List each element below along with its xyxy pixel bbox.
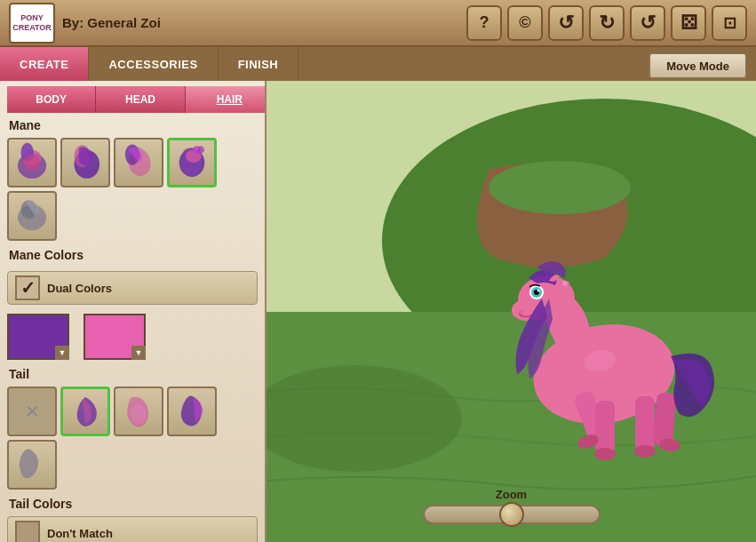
- tail-colors-title: Tail Colors: [9, 497, 258, 511]
- canvas-scene: [267, 81, 756, 542]
- svg-point-18: [489, 161, 631, 214]
- dont-match-label: Don't Match: [47, 527, 113, 540]
- mane-options-grid: [7, 138, 258, 241]
- tab-hair[interactable]: HAIR: [186, 86, 267, 113]
- mane-colors-title: Mane Colors: [9, 248, 258, 262]
- dont-match-row: Don't Match: [7, 516, 258, 542]
- mane-color-1-dropdown[interactable]: [55, 346, 69, 360]
- dual-colors-row: Dual Colors: [7, 271, 258, 305]
- camera-button[interactable]: ⊡: [712, 5, 747, 41]
- zoom-area: Zoom: [423, 488, 601, 524]
- reset-button[interactable]: ↺: [630, 5, 665, 41]
- svg-point-3: [24, 155, 40, 171]
- header: PONY CREATOR By: General Zoi ? © ↺ ↻ ↺ ⚄…: [0, 0, 756, 47]
- svg-rect-31: [635, 396, 655, 451]
- zoom-thumb[interactable]: [499, 502, 524, 527]
- mane-option-2[interactable]: [60, 138, 110, 187]
- logo-area: PONY CREATOR By: General Zoi: [9, 3, 161, 44]
- tab-accessories[interactable]: ACCESSORIES: [89, 47, 218, 81]
- svg-point-26: [537, 290, 540, 292]
- redo-button[interactable]: ↻: [589, 5, 625, 41]
- svg-point-27: [518, 310, 523, 314]
- dont-match-swatch[interactable]: [15, 521, 40, 542]
- tab-finish[interactable]: FINISH: [219, 47, 299, 81]
- tail-option-3[interactable]: [114, 387, 163, 436]
- mane-option-1[interactable]: [7, 138, 57, 187]
- dual-colors-label: Dual Colors: [47, 282, 112, 295]
- by-label: By: General Zoi: [62, 15, 161, 30]
- mane-option-4[interactable]: [167, 138, 217, 187]
- move-mode-button[interactable]: Move Mode: [649, 52, 747, 79]
- mane-option-3[interactable]: [114, 138, 163, 187]
- right-panel: Zoom: [267, 81, 756, 542]
- mane-color-1-container: [7, 314, 69, 360]
- main-nav: CREATE ACCESSORIES FINISH: [0, 47, 649, 81]
- logo: PONY CREATOR: [9, 3, 55, 44]
- zoom-label: Zoom: [496, 488, 527, 501]
- sub-nav: BODY HEAD HAIR: [7, 86, 267, 113]
- tail-option-5[interactable]: [7, 440, 57, 490]
- tail-option-2[interactable]: [60, 387, 110, 436]
- tail-title: Tail: [9, 367, 258, 381]
- tail-option-1[interactable]: [7, 387, 57, 436]
- svg-point-28: [562, 281, 568, 286]
- svg-point-34: [594, 448, 616, 460]
- mane-color-2-container: [84, 314, 146, 360]
- mane-option-5[interactable]: [7, 191, 57, 241]
- tail-option-4[interactable]: [167, 387, 217, 436]
- color-swatches: [7, 314, 258, 360]
- tab-create[interactable]: CREATE: [0, 47, 89, 81]
- dual-colors-checkbox[interactable]: [15, 275, 40, 300]
- svg-rect-30: [595, 401, 615, 454]
- mane-color-2-dropdown[interactable]: [131, 346, 146, 360]
- tab-head[interactable]: HEAD: [96, 86, 185, 113]
- help-button[interactable]: ?: [466, 5, 502, 41]
- header-icons: ? © ↺ ↻ ↺ ⚄ ⊡: [466, 5, 747, 41]
- mane-title: Mane: [9, 118, 258, 132]
- tab-body[interactable]: BODY: [7, 86, 96, 113]
- main-nav-bar: CREATE ACCESSORIES FINISH Move Mode: [0, 47, 756, 81]
- left-panel: BODY HEAD HAIR Mane: [0, 81, 267, 542]
- random-button[interactable]: ⚄: [671, 5, 706, 41]
- svg-point-13: [131, 405, 147, 424]
- copyright-button[interactable]: ©: [507, 5, 543, 41]
- undo-button[interactable]: ↺: [548, 5, 584, 41]
- zoom-slider[interactable]: [423, 505, 601, 524]
- tail-options-grid: [7, 387, 258, 490]
- svg-point-35: [634, 445, 656, 458]
- content-area: BODY HEAD HAIR Mane: [0, 81, 756, 542]
